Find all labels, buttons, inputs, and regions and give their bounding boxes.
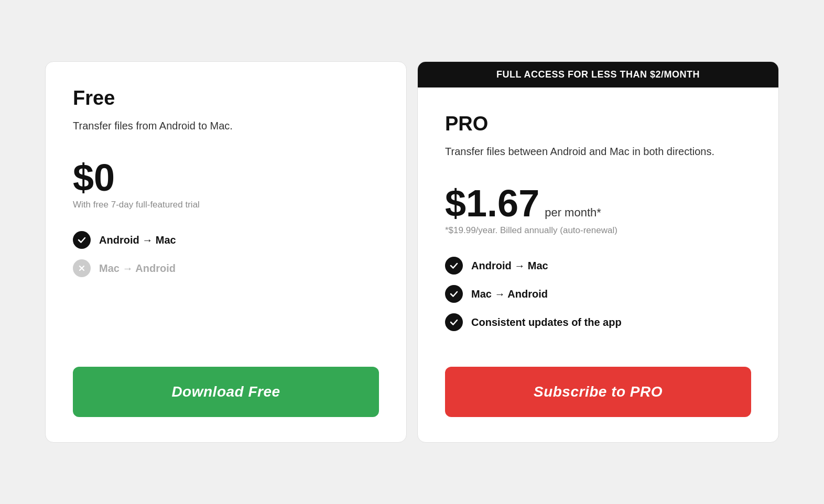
- free-price-block: $0 With free 7-day full-featured trial: [73, 159, 379, 210]
- check-icon-pro-mac-android: [445, 285, 463, 303]
- check-icon-pro-updates: [445, 313, 463, 331]
- pro-plan-card: FULL ACCESS FOR LESS THAN $2/MONTH PRO T…: [417, 61, 779, 443]
- free-feature-mac-android-label: Mac → Android: [99, 262, 176, 275]
- pro-price-block: $1.67 per month* *$19.99/year. Billed an…: [445, 184, 751, 236]
- pro-price-period: per month*: [545, 206, 601, 220]
- free-plan-description: Transfer files from Android to Mac.: [73, 118, 379, 134]
- free-feature-mac-android: Mac → Android: [73, 259, 379, 277]
- pro-feature-updates: Consistent updates of the app: [445, 313, 751, 331]
- pro-feature-mac-android-label: Mac → Android: [471, 288, 548, 300]
- free-price-amount: $0: [73, 159, 115, 196]
- free-price-main: $0: [73, 159, 379, 196]
- pro-price-amount: $1.67: [445, 184, 539, 222]
- pro-feature-android-mac-label: Android → Mac: [471, 260, 548, 272]
- pro-card-body: PRO Transfer files between Android and M…: [418, 87, 778, 442]
- pro-features-list: Android → Mac Mac → Android: [445, 257, 751, 342]
- pro-price-note: *$19.99/year. Billed annually (auto-rene…: [445, 225, 751, 236]
- free-card-body: Free Transfer files from Android to Mac.…: [46, 62, 406, 442]
- pricing-container: Free Transfer files from Android to Mac.…: [45, 61, 779, 443]
- pro-price-main: $1.67 per month*: [445, 184, 751, 222]
- free-price-note: With free 7-day full-featured trial: [73, 200, 379, 210]
- check-icon-android-mac: [73, 231, 91, 249]
- free-feature-android-mac: Android → Mac: [73, 231, 379, 249]
- pro-feature-android-mac: Android → Mac: [445, 257, 751, 275]
- free-plan-card: Free Transfer files from Android to Mac.…: [45, 61, 407, 443]
- free-plan-name: Free: [73, 87, 379, 109]
- subscribe-pro-button[interactable]: Subscribe to PRO: [445, 367, 751, 417]
- download-free-button[interactable]: Download Free: [73, 367, 379, 417]
- pro-plan-description: Transfer files between Android and Mac i…: [445, 144, 751, 159]
- pro-banner: FULL ACCESS FOR LESS THAN $2/MONTH: [418, 62, 778, 87]
- pro-feature-updates-label: Consistent updates of the app: [471, 316, 622, 328]
- pro-feature-mac-android: Mac → Android: [445, 285, 751, 303]
- free-features-list: Android → Mac Mac → Android: [73, 231, 379, 288]
- pro-plan-name: PRO: [445, 113, 751, 135]
- check-icon-pro-android-mac: [445, 257, 463, 275]
- free-feature-android-mac-label: Android → Mac: [99, 234, 176, 246]
- x-icon-mac-android: [73, 259, 91, 277]
